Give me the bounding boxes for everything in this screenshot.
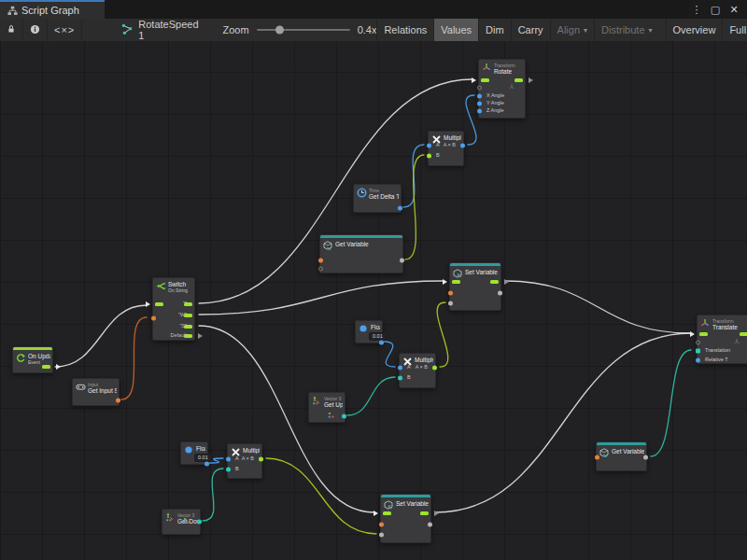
blue-port[interactable] bbox=[398, 365, 402, 370]
gray-port[interactable] bbox=[428, 522, 432, 526]
maximize-icon[interactable]: ▢ bbox=[708, 2, 723, 17]
blue-port[interactable] bbox=[204, 461, 209, 466]
node-header: SwitchOn String bbox=[156, 281, 192, 293]
gray-port[interactable] bbox=[379, 532, 384, 537]
vector3-get-down-node[interactable]: Vector 3Get Down bbox=[162, 509, 201, 535]
port-row: AA × B bbox=[228, 455, 261, 463]
lock-icon bbox=[7, 24, 16, 35]
orange-port[interactable] bbox=[379, 522, 384, 526]
teal-port[interactable] bbox=[398, 375, 402, 380]
overview-button[interactable]: Overview bbox=[666, 19, 723, 41]
set-variable-center-node[interactable]: Set Variable bbox=[449, 262, 501, 311]
blue-port[interactable] bbox=[696, 357, 700, 362]
multiply-bottom-node[interactable]: MultiplyAA × BB bbox=[227, 443, 262, 479]
vector3-get-up-node[interactable]: Vector 3Get Up bbox=[308, 392, 345, 423]
lime-port[interactable] bbox=[259, 456, 263, 461]
blue-port[interactable] bbox=[477, 108, 482, 113]
graph-icon bbox=[121, 23, 133, 36]
gray-port[interactable] bbox=[643, 455, 648, 459]
port-label: A bbox=[235, 455, 239, 461]
orange-port[interactable] bbox=[448, 290, 453, 295]
gray-port[interactable] bbox=[498, 290, 502, 295]
info-icon bbox=[30, 24, 40, 36]
flow-port[interactable] bbox=[383, 511, 391, 515]
port-label: A bbox=[436, 142, 440, 147]
get-variable-icon bbox=[323, 241, 332, 250]
zoom-slider[interactable] bbox=[257, 29, 350, 31]
orange-port[interactable] bbox=[318, 258, 323, 262]
blue-port[interactable] bbox=[226, 456, 231, 461]
tab-script-graph[interactable]: Script Graph bbox=[0, 0, 105, 19]
full-screen-button[interactable]: Full Screen bbox=[722, 19, 747, 41]
gray-port[interactable] bbox=[400, 258, 404, 262]
ring-port[interactable] bbox=[477, 85, 482, 90]
get-input-string-node[interactable]: InputGet Input String bbox=[72, 378, 120, 406]
vector3-port[interactable] bbox=[696, 348, 700, 353]
get-variable-bottom-node[interactable]: Get Variable bbox=[596, 441, 647, 471]
inspect-button[interactable] bbox=[23, 19, 48, 41]
carry-button[interactable]: Carry bbox=[511, 19, 550, 41]
orange-port[interactable] bbox=[116, 398, 120, 402]
node-subtitle: On String bbox=[168, 287, 188, 293]
ring-port[interactable] bbox=[696, 340, 700, 344]
translate-node[interactable]: TransformTranslateTranslationRelative T bbox=[697, 315, 747, 364]
blue-port[interactable] bbox=[477, 93, 482, 98]
graph-canvas[interactable]: On UpdateEventInputGet Input StringSwitc… bbox=[0, 41, 747, 560]
relations-button[interactable]: Relations bbox=[376, 19, 433, 41]
dim-button[interactable]: Dim bbox=[478, 19, 511, 41]
rotate-node[interactable]: TransformRotateX AngleY AngleZ Angle bbox=[478, 59, 526, 119]
blue-port[interactable] bbox=[379, 340, 384, 344]
zoom-slider-handle[interactable] bbox=[275, 26, 284, 35]
values-button[interactable]: Values bbox=[433, 19, 478, 41]
teal-port[interactable] bbox=[197, 519, 202, 524]
float-bottom-node[interactable]: Float0.01 bbox=[180, 441, 208, 465]
on-update-node[interactable]: On UpdateEvent bbox=[12, 346, 53, 373]
multiply-mid-node[interactable]: MultiplyAA × BB bbox=[399, 353, 436, 388]
flow-port[interactable] bbox=[420, 511, 429, 515]
get-variable-top-node[interactable]: Get Variable bbox=[319, 234, 403, 273]
multiply-top-node[interactable]: MultiplyAA × BB bbox=[428, 131, 464, 166]
flow-port[interactable] bbox=[481, 78, 489, 82]
flow-port[interactable] bbox=[699, 332, 708, 336]
gray-port[interactable] bbox=[448, 301, 453, 305]
distribute-dropdown[interactable]: Distribute▾ bbox=[594, 19, 658, 41]
close-icon[interactable]: ✕ bbox=[726, 2, 741, 17]
flow-arrow-in-icon bbox=[374, 511, 378, 516]
lock-button[interactable] bbox=[0, 19, 23, 41]
orange-port[interactable] bbox=[151, 315, 156, 320]
switch-on-string-node[interactable]: SwitchOn String"""W""S"Default bbox=[152, 277, 195, 341]
blue-port[interactable] bbox=[477, 101, 482, 105]
get-delta-time-node[interactable]: TimeGet Delta Time bbox=[353, 184, 402, 213]
lime-port[interactable] bbox=[427, 153, 431, 158]
menu-icon[interactable]: ⋮ bbox=[689, 2, 704, 17]
align-dropdown[interactable]: Align▾ bbox=[550, 19, 594, 41]
float-mid-node[interactable]: Float0.01 bbox=[355, 320, 383, 343]
lime-port[interactable] bbox=[432, 365, 437, 370]
code-view-button[interactable]: <×> bbox=[48, 19, 82, 41]
wire-white bbox=[55, 305, 147, 367]
ring-port[interactable] bbox=[318, 266, 323, 271]
chevron-down-icon: ▾ bbox=[584, 26, 587, 35]
node-header: InputGet Input String bbox=[76, 382, 117, 394]
node-titles: Multiply bbox=[243, 447, 260, 454]
flow-port[interactable] bbox=[42, 365, 50, 369]
flow-port[interactable] bbox=[740, 332, 747, 336]
gamepad-icon bbox=[76, 382, 85, 391]
flow-port[interactable] bbox=[452, 280, 460, 284]
set-variable-bottom-node[interactable]: Set Variable bbox=[380, 494, 431, 543]
flow-port[interactable] bbox=[514, 78, 523, 82]
blue-port[interactable] bbox=[427, 143, 431, 147]
node-title: Switch bbox=[168, 281, 188, 287]
flow-port[interactable] bbox=[155, 302, 163, 306]
orange-port[interactable] bbox=[595, 455, 599, 459]
teal-port[interactable] bbox=[226, 467, 231, 471]
graph-selector[interactable]: RotateSpeed 1 bbox=[114, 19, 205, 41]
blue-port[interactable] bbox=[398, 205, 402, 210]
rgb-mini bbox=[183, 517, 191, 525]
flow-port[interactable] bbox=[490, 280, 499, 284]
wire-teal bbox=[203, 469, 223, 521]
teal-port[interactable] bbox=[342, 413, 346, 418]
port-row: B bbox=[429, 151, 463, 160]
node-header: Get Variable bbox=[323, 241, 401, 250]
blue-port[interactable] bbox=[460, 143, 465, 147]
